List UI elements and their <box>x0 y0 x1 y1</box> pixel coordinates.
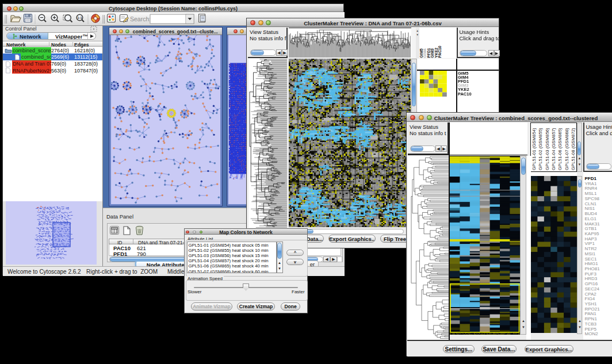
svg-text:Search:: Search: <box>130 16 151 22</box>
svg-text:1:1: 1:1 <box>77 16 82 20</box>
